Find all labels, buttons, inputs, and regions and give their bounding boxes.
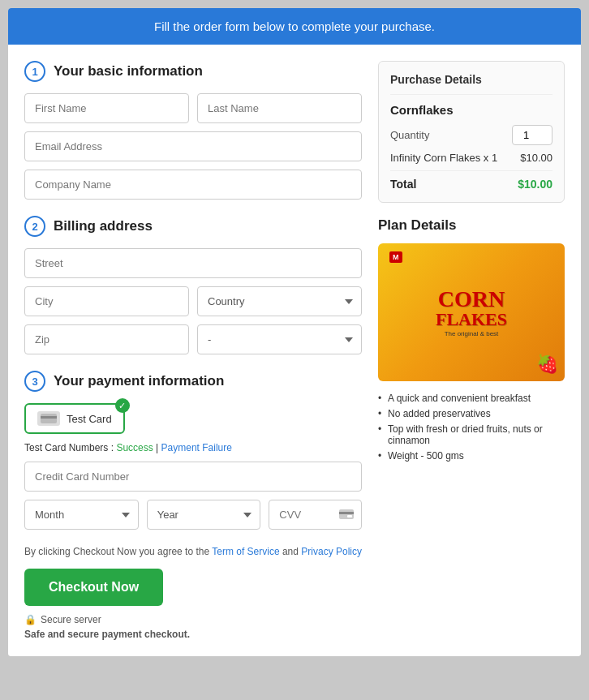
failure-link[interactable]: Payment Failure: [161, 442, 232, 453]
secure-server-row: 🔒 Secure server: [24, 614, 362, 625]
city-input[interactable]: [24, 286, 189, 316]
section2-number: 2: [24, 216, 45, 237]
cf-berries-decoration: 🍓: [536, 354, 558, 375]
card-icon: [37, 411, 60, 426]
separator: |: [153, 442, 161, 453]
street-input[interactable]: [24, 248, 362, 278]
tos-link[interactable]: Term of Service: [212, 546, 279, 557]
terms-text: By clicking Checkout Now you agree to th…: [24, 546, 362, 557]
total-value: $10.00: [518, 178, 552, 191]
plan-details-title: Plan Details: [378, 217, 565, 234]
test-card-label: Test Card Numbers :: [24, 442, 116, 453]
payment-method-card[interactable]: Test Card ✓: [24, 403, 125, 434]
bullet-4: Weight - 500 gms: [378, 450, 565, 462]
total-label: Total: [390, 178, 416, 191]
section1-number: 1: [24, 61, 45, 82]
left-panel: 1 Your basic information 2 Billi: [24, 61, 362, 640]
city-country-row: Country: [24, 286, 362, 316]
company-input[interactable]: [24, 170, 362, 200]
state-select[interactable]: -: [197, 324, 362, 354]
selected-check-badge: ✓: [115, 398, 130, 413]
section1-title: Your basic information: [54, 63, 203, 79]
street-row: [24, 248, 362, 278]
safe-text: Safe and secure payment checkout.: [24, 629, 362, 640]
name-row: [24, 93, 362, 123]
checkout-button[interactable]: Checkout Now: [24, 569, 163, 606]
success-link[interactable]: Success: [116, 442, 153, 453]
test-card-numbers: Test Card Numbers : Success | Payment Fa…: [24, 442, 362, 453]
item-row: Infinity Corn Flakes x 1 $10.00: [390, 152, 552, 171]
bullet-1: A quick and convenient breakfast: [378, 393, 565, 404]
cf-flakes-text: FLAKES: [436, 311, 507, 329]
last-name-input[interactable]: [197, 93, 362, 123]
terms-middle: and: [280, 546, 302, 557]
zip-input[interactable]: [24, 324, 189, 354]
first-name-input[interactable]: [24, 93, 189, 123]
credit-card-input[interactable]: [24, 462, 362, 492]
product-name: Cornflakes: [390, 103, 552, 117]
secure-server-text: Secure server: [41, 614, 101, 625]
purchase-details-box: Purchase Details Cornflakes Quantity Inf…: [378, 61, 565, 203]
product-image-box: M CORN FLAKES The original & best 🍓: [378, 243, 565, 381]
month-select[interactable]: Month: [24, 500, 139, 530]
email-row: [24, 131, 362, 161]
svg-rect-4: [347, 515, 352, 517]
right-panel: Purchase Details Cornflakes Quantity Inf…: [378, 61, 565, 640]
svg-rect-3: [339, 512, 354, 514]
section-payment: 3 Your payment information Test Card ✓ T…: [24, 371, 362, 530]
main-content: 1 Your basic information 2 Billi: [8, 45, 581, 656]
quantity-input[interactable]: [512, 125, 552, 145]
item-price: $10.00: [520, 152, 552, 164]
top-banner: Fill the order form below to complete yo…: [8, 8, 581, 45]
section-billing: 2 Billing address Country -: [24, 216, 362, 354]
plan-details: Plan Details M CORN FLAKES The original …: [378, 217, 565, 462]
cf-title: CORN FLAKES: [436, 288, 507, 329]
item-label: Infinity Corn Flakes x 1: [390, 152, 497, 164]
quantity-row: Quantity: [390, 125, 552, 145]
cf-brand: M: [389, 251, 402, 263]
section2-header: 2 Billing address: [24, 216, 362, 237]
terms-prefix: By clicking Checkout Now you agree to th…: [24, 546, 212, 557]
cf-corn-text: CORN: [436, 288, 507, 311]
purchase-details-title: Purchase Details: [390, 73, 552, 95]
section3-title: Your payment information: [54, 373, 224, 389]
cvv-card-icon: [339, 509, 354, 522]
zip-row: -: [24, 324, 362, 354]
email-input[interactable]: [24, 131, 362, 161]
section2-title: Billing address: [54, 218, 153, 234]
banner-text: Fill the order form below to complete yo…: [154, 19, 435, 33]
cvv-wrapper: [269, 500, 362, 530]
quantity-label: Quantity: [390, 129, 429, 141]
payment-method-label: Test Card: [67, 413, 112, 425]
section1-header: 1 Your basic information: [24, 61, 362, 82]
page-wrapper: Fill the order form below to complete yo…: [8, 8, 581, 656]
lock-icon: 🔒: [24, 614, 37, 625]
plan-bullets: A quick and convenient breakfast No adde…: [378, 393, 565, 462]
year-select[interactable]: Year: [147, 500, 261, 530]
credit-card-row: [24, 462, 362, 492]
cf-subtitle: The original & best: [445, 330, 499, 337]
country-select[interactable]: Country: [197, 286, 362, 316]
section-basic-info: 1 Your basic information: [24, 61, 362, 200]
svg-rect-1: [41, 416, 57, 419]
section3-header: 3 Your payment information: [24, 371, 362, 392]
bullet-3: Top with fresh or dried fruits, nuts or …: [378, 423, 565, 446]
section3-number: 3: [24, 371, 45, 392]
cornflakes-visual: M CORN FLAKES The original & best 🍓: [378, 243, 565, 381]
cvv-row: Month Year: [24, 500, 362, 530]
total-row: Total $10.00: [390, 178, 552, 191]
company-row: [24, 170, 362, 200]
bullet-2: No added preservatives: [378, 408, 565, 419]
privacy-link[interactable]: Privacy Policy: [301, 546, 362, 557]
